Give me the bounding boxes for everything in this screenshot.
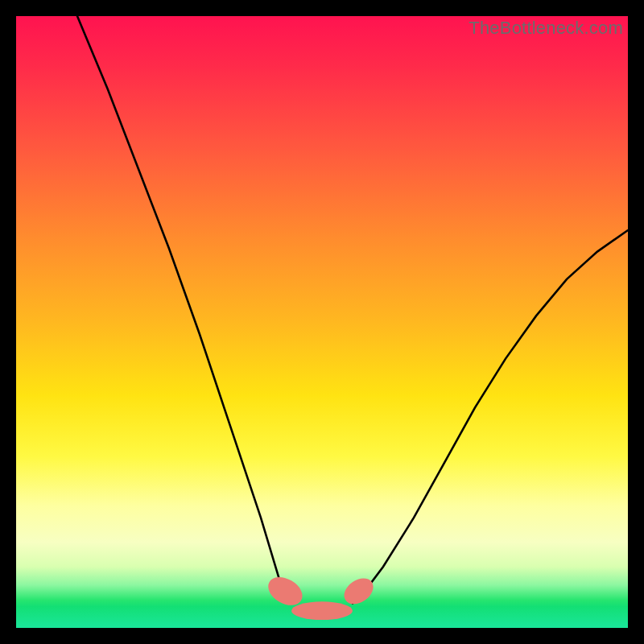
watermark-text: TheBottleneck.com bbox=[469, 18, 623, 39]
salmon-cap-right bbox=[340, 573, 378, 609]
curves-layer bbox=[16, 16, 628, 628]
salmon-floor-bar bbox=[291, 601, 353, 620]
plot-area: TheBottleneck.com bbox=[16, 16, 628, 628]
series-right-curve bbox=[353, 230, 628, 604]
outer-black-frame: TheBottleneck.com bbox=[0, 0, 644, 644]
series-left-curve bbox=[77, 16, 288, 604]
